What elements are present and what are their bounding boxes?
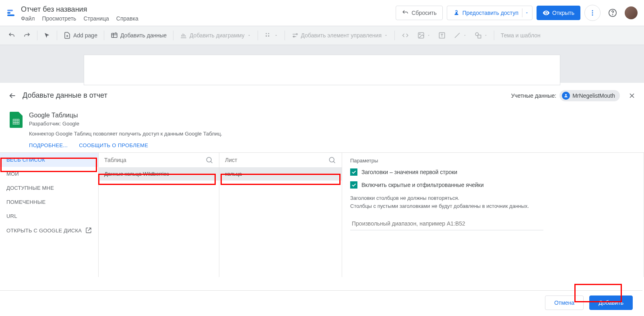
undo-button[interactable] [5,29,19,42]
external-link-icon [85,227,92,234]
community-viz-button[interactable] [261,29,281,42]
select-tool[interactable] [41,29,54,42]
svg-point-5 [592,14,593,16]
source-drive[interactable]: ОТКРЫТЬ С GOOGLE ДИСКА [0,223,98,238]
table-row-selected[interactable]: Данные кольца Wildberries [99,167,219,181]
app-logo[interactable] [6,8,16,18]
sheets-icon [10,112,23,128]
add-page-button[interactable]: Add page [60,29,101,42]
svg-rect-8 [111,33,117,38]
svg-point-22 [329,157,334,162]
open-button[interactable]: Открыть [537,6,580,20]
source-all[interactable]: ВЕСЬ СПИСОК [0,153,98,167]
open-label: Открыть [552,10,574,16]
menu-page[interactable]: Страница [83,15,109,22]
svg-rect-12 [268,35,269,37]
shape-button[interactable] [471,29,491,42]
svg-point-14 [293,36,294,37]
svg-point-4 [592,12,593,14]
theme-button[interactable]: Тема и шаблон [497,29,544,42]
panel-title: Добавьте данные в отчет [23,91,511,100]
reset-label: Сбросить [411,10,436,16]
source-mine[interactable]: МОИ [0,167,98,181]
svg-point-21 [206,157,211,162]
help-button[interactable] [605,5,621,21]
more-options-button[interactable] [584,5,601,21]
canvas-area [0,45,644,83]
cancel-button[interactable]: Отмена [545,295,584,310]
add-data-button[interactable]: Добавить данные [107,29,170,42]
svg-point-13 [296,34,297,35]
menu-view[interactable]: Просмотреть [42,15,76,22]
menu-help[interactable]: Справка [116,15,138,22]
add-data-label: Добавить данные [120,32,167,39]
add-control-button[interactable]: Добавить элемент управления [288,29,391,42]
svg-rect-19 [478,35,481,38]
opt-hidden-label: Включить скрытые и отфильтрованные ячейк… [361,182,484,188]
user-avatar[interactable] [625,6,638,19]
table-search-input[interactable] [104,157,205,163]
back-button[interactable] [8,91,17,100]
source-url[interactable]: URL [0,209,98,223]
sheet-search-input[interactable] [225,157,328,163]
report-title[interactable]: Отчет без названия [21,4,396,14]
svg-rect-11 [266,35,267,37]
source-shared[interactable]: ДОСТУПНЫЕ МНЕ [0,181,98,195]
connector-developer: Разработчик: Google [29,121,634,127]
share-button[interactable]: Предоставить доступ [447,6,533,20]
svg-point-16 [419,34,420,35]
svg-point-3 [592,10,593,11]
share-label: Предоставить доступ [462,10,518,16]
credentials-user: MrNegelistMouth [572,92,615,99]
checkbox-headers[interactable] [350,168,357,176]
params-note-2: Столбцы с пустыми заголовками не будут д… [350,202,636,210]
report-issue-link[interactable]: СООБЩИТЬ О ПРОБЛЕМЕ [79,142,148,148]
text-button[interactable] [435,29,449,42]
user-icon [562,92,570,100]
add-button[interactable]: Добавить [589,295,633,310]
svg-rect-2 [7,14,14,16]
menu-file[interactable]: Файл [21,15,35,22]
sheet-row-selected[interactable]: кольца [219,167,342,181]
svg-point-9 [266,33,267,34]
svg-point-20 [565,94,567,96]
image-button[interactable] [414,29,433,42]
redo-button[interactable] [20,29,34,42]
params-heading: Параметры [350,158,636,164]
checkbox-hidden[interactable] [350,181,357,189]
reset-button[interactable]: Сбросить [396,6,442,20]
connector-title: Google Таблицы [29,112,634,119]
learn-more-link[interactable]: ПОДРОБНЕЕ... [29,142,68,148]
connector-description: Коннектор Google Таблиц позволяет получи… [29,131,634,137]
credentials-label: Учетные данные: [511,92,557,99]
search-icon [328,156,336,164]
search-icon [205,156,213,164]
range-input[interactable] [350,217,543,230]
add-chart-label: Добавить диаграмму [190,32,245,39]
source-starred[interactable]: ПОМЕЧЕННЫЕ [0,195,98,209]
add-page-label: Add page [73,32,97,39]
svg-rect-1 [7,12,10,14]
svg-rect-0 [7,10,13,11]
add-chart-button[interactable]: Добавить диаграмму [177,29,254,42]
svg-point-10 [268,33,269,34]
credentials-chip[interactable]: MrNegelistMouth [559,90,620,101]
report-page[interactable] [84,55,560,85]
add-control-label: Добавить элемент управления [301,32,382,39]
line-button[interactable] [450,29,470,42]
svg-point-7 [613,14,613,15]
close-panel-button[interactable] [628,92,636,100]
url-embed-button[interactable] [398,29,413,42]
opt-headers-label: Заголовки – значения первой строки [361,169,457,175]
params-note-1: Заголовки столбцов не должны повторяться… [350,194,636,202]
